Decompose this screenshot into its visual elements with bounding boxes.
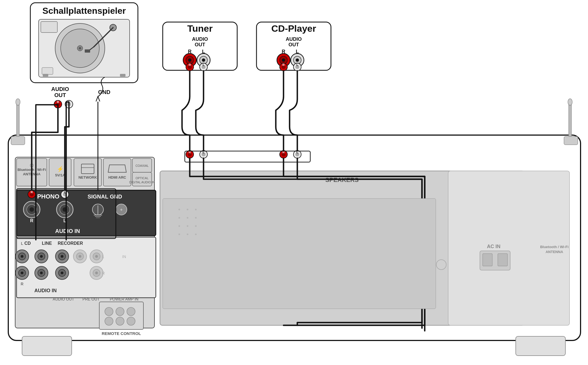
svg-point-109	[105, 307, 113, 316]
pre-out-label: PRE OUT	[82, 297, 100, 301]
svg-rect-38	[516, 336, 565, 356]
svg-point-198	[195, 209, 197, 210]
svg-point-95	[61, 272, 63, 274]
svg-rect-49	[49, 159, 71, 186]
svg-rect-10	[85, 50, 90, 52]
svg-text:⚡: ⚡	[57, 166, 64, 172]
svg-text:L: L	[203, 63, 205, 66]
phono-label: PHONO	[37, 193, 60, 200]
svg-rect-42	[569, 102, 571, 141]
svg-point-110	[116, 307, 124, 316]
svg-point-32	[282, 58, 285, 62]
svg-point-78	[21, 255, 23, 258]
remote-control-label: REMOTE CONTROL	[102, 331, 141, 336]
svg-point-86	[40, 255, 43, 258]
svg-text:IN: IN	[122, 254, 126, 259]
recorder-input-label: RECORDER	[58, 241, 83, 246]
svg-rect-37	[22, 336, 72, 356]
power-amp-in-label: POWER AMP IN	[110, 297, 138, 301]
svg-text:R: R	[189, 63, 191, 66]
svg-text:L: L	[64, 190, 66, 194]
turntable-gnd-label: GND	[98, 89, 110, 95]
svg-point-196	[178, 209, 180, 210]
svg-rect-39	[17, 102, 19, 141]
svg-point-43	[568, 99, 572, 105]
svg-rect-51	[74, 159, 101, 186]
svg-point-92	[61, 255, 63, 258]
optical-label: OPTICAL	[135, 176, 148, 180]
svg-rect-41	[11, 136, 25, 145]
svg-point-82	[21, 272, 23, 274]
cd-audio-out: AUDIO	[286, 36, 302, 42]
diagram-container: Schallplattenspieler AUDIO OUT GND Tuner	[0, 0, 588, 365]
svg-rect-155	[483, 254, 492, 266]
usb-label: 5V/1A	[55, 173, 65, 177]
svg-point-62	[30, 207, 34, 212]
svg-point-205	[178, 234, 180, 235]
svg-rect-195	[163, 198, 436, 309]
svg-point-202	[178, 225, 180, 227]
svg-text:ANTENNA: ANTENNA	[546, 250, 563, 254]
svg-point-106	[95, 272, 98, 274]
svg-point-114	[127, 317, 135, 325]
svg-rect-11	[41, 22, 57, 33]
svg-text:L: L	[102, 254, 104, 259]
svg-rect-12	[42, 68, 53, 74]
turntable-label: Schallplattenspieler	[42, 6, 126, 16]
signal-gnd-label: SIGNAL GND	[87, 194, 122, 200]
network-label: NETWORK	[78, 175, 97, 179]
svg-point-6	[79, 47, 81, 49]
svg-text:R: R	[21, 282, 23, 286]
svg-text:+: +	[120, 207, 122, 212]
bt-wifi-right-label: Bluetooth / Wi-Fi	[540, 245, 568, 249]
svg-point-40	[16, 99, 20, 105]
svg-rect-108	[99, 302, 143, 329]
line-input-label: LINE	[42, 241, 52, 246]
phono-audio-in-label: AUDIO IN	[55, 228, 80, 234]
svg-text:L: L	[21, 241, 23, 246]
svg-point-199	[178, 217, 180, 219]
cd-input-label: CD	[24, 241, 31, 246]
turntable-audio-out-label: AUDIO	[51, 86, 69, 92]
svg-text:R: R	[282, 63, 285, 66]
svg-text:R: R	[102, 271, 105, 275]
hdmi-arc-label: HDMI ARC	[108, 175, 126, 179]
svg-text:L: L	[296, 63, 298, 66]
svg-rect-14	[120, 74, 125, 77]
coaxial-label: COAXIAL	[135, 164, 149, 167]
svg-point-101	[95, 255, 98, 258]
svg-point-98	[79, 255, 81, 258]
svg-point-22	[188, 58, 191, 62]
svg-rect-156	[498, 254, 507, 266]
svg-point-35	[296, 58, 299, 62]
svg-point-112	[105, 317, 113, 325]
ac-in-label: AC IN	[487, 244, 501, 249]
svg-point-89	[40, 272, 43, 274]
svg-text:OUT: OUT	[54, 92, 66, 98]
svg-text:DIGITAL AUDIO IN: DIGITAL AUDIO IN	[129, 181, 155, 184]
svg-point-206	[187, 234, 188, 235]
tuner-audio-out: AUDIO	[192, 36, 208, 42]
svg-point-111	[127, 307, 135, 316]
svg-text:OUT: OUT	[195, 42, 205, 47]
svg-point-197	[187, 209, 188, 210]
svg-point-200	[187, 217, 188, 219]
svg-text:R: R	[57, 100, 59, 104]
svg-point-201	[195, 217, 197, 219]
svg-text:OUT: OUT	[288, 42, 299, 47]
svg-point-207	[195, 234, 197, 235]
svg-rect-13	[43, 74, 48, 77]
tuner-label: Tuner	[187, 23, 213, 34]
audio-out-label: AUDIO OUT	[53, 297, 74, 301]
svg-rect-44	[564, 136, 578, 145]
svg-point-25	[202, 58, 205, 62]
svg-text:R: R	[31, 190, 33, 194]
svg-text:R: R	[30, 218, 33, 223]
svg-point-204	[195, 225, 197, 227]
cd-player-label: CD-Player	[271, 23, 316, 34]
svg-point-113	[116, 317, 124, 325]
svg-point-203	[187, 225, 188, 227]
audio-in-bottom-label: AUDIO IN	[34, 288, 57, 293]
